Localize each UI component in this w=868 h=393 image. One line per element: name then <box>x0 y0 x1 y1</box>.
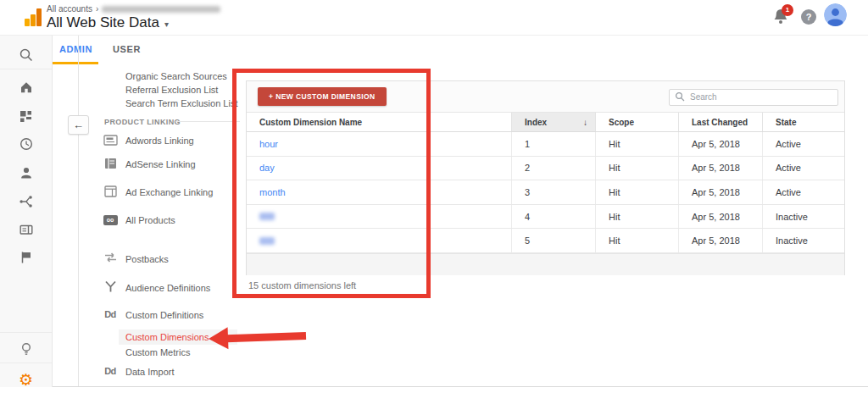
column-header-name[interactable]: Custom Dimension Name <box>247 113 511 131</box>
nav-item-data-import[interactable]: Data Import <box>125 367 174 377</box>
page-bottom-border <box>0 386 868 387</box>
cell-last-changed: Apr 5, 2018 <box>678 132 762 156</box>
arrow-tail <box>226 332 306 342</box>
table-row: hour 1 Hit Apr 5, 2018 Active <box>247 132 844 157</box>
nav-item-referral-exclusion-list[interactable]: Referral Exclusion List <box>125 85 218 95</box>
cell-index: 5 <box>511 229 595 252</box>
tab-admin[interactable]: ADMIN <box>59 44 92 54</box>
column-header-scope[interactable]: Scope <box>595 113 678 131</box>
nav-item-all-products[interactable]: All Products <box>125 215 175 225</box>
cell-last-changed: Apr 5, 2018 <box>678 157 762 180</box>
nav-item-custom-metrics[interactable]: Custom Metrics <box>125 347 190 357</box>
cell-last-changed: Apr 5, 2018 <box>678 229 762 252</box>
redacted-dimension-name[interactable] <box>259 213 275 220</box>
section-divider <box>175 121 240 122</box>
help-button[interactable]: ? <box>801 9 816 25</box>
rail-admin-button[interactable]: ⚙ <box>0 367 52 392</box>
rail-customization-button[interactable] <box>0 103 52 129</box>
column-header-last-changed[interactable]: Last Changed <box>678 113 762 131</box>
all-products-icon: oo <box>103 214 118 226</box>
dimension-link-day[interactable]: day <box>259 163 275 173</box>
rail-audience-button[interactable] <box>0 160 52 185</box>
chevron-down-icon: ▾ <box>164 18 169 29</box>
flag-icon <box>19 250 34 265</box>
cell-state: Inactive <box>762 229 846 252</box>
data-import-icon: Dd <box>103 365 118 377</box>
nav-item-ad-exchange-linking[interactable]: Ad Exchange Linking <box>125 187 213 197</box>
breadcrumb[interactable]: All accounts › <box>47 4 220 14</box>
cell-state: Inactive <box>762 205 846 229</box>
page-title: All Web Site Data <box>47 14 159 31</box>
rail-realtime-button[interactable] <box>0 131 52 157</box>
dimensions-remaining-note: 15 custom dimensions left <box>248 280 356 291</box>
table-row: day 2 Hit Apr 5, 2018 Active <box>247 157 844 181</box>
property-selector[interactable]: All Web Site Data ▾ <box>47 14 169 31</box>
dimension-link-hour[interactable]: hour <box>259 139 278 149</box>
adwords-linking-icon <box>103 134 118 146</box>
cell-scope: Hit <box>595 205 678 229</box>
cell-index: 1 <box>511 132 595 156</box>
table-header-row: Custom Dimension Name Index ↓ Scope Last… <box>247 112 844 132</box>
column-header-state[interactable]: State <box>762 113 846 131</box>
column-header-index[interactable]: Index ↓ <box>511 113 595 131</box>
rail-insights-button[interactable] <box>0 336 52 362</box>
breadcrumb-all-accounts[interactable]: All accounts <box>47 4 92 14</box>
nav-item-custom-definitions[interactable]: Custom Definitions <box>125 310 203 320</box>
new-custom-dimension-button[interactable]: + NEW CUSTOM DIMENSION <box>258 87 387 106</box>
cell-state: Active <box>762 132 846 156</box>
redacted-account-name <box>102 6 220 13</box>
nav-item-adsense-linking[interactable]: AdSense Linking <box>125 159 196 169</box>
postbacks-icon <box>103 252 118 263</box>
cell-index: 4 <box>511 205 595 229</box>
search-icon <box>19 47 34 63</box>
person-avatar-icon <box>824 3 847 26</box>
nav-item-adwords-linking[interactable]: Adwords Linking <box>125 136 194 146</box>
nav-item-search-term-exclusion-list[interactable]: Search Term Exclusion List <box>125 98 237 108</box>
top-bar: All accounts › All Web Site Data ▾ 1 ? <box>0 0 868 36</box>
search-input[interactable] <box>669 89 838 106</box>
table-row: 4 Hit Apr 5, 2018 Inactive <box>247 205 844 230</box>
back-arrow-icon: ← <box>73 119 84 131</box>
nav-item-audience-definitions[interactable]: Audience Definitions <box>125 283 210 293</box>
gear-icon: ⚙ <box>19 372 33 388</box>
sort-desc-icon: ↓ <box>583 118 587 127</box>
rail-conversions-button[interactable] <box>0 245 52 270</box>
panel-divider <box>78 36 79 387</box>
redacted-dimension-name[interactable] <box>259 237 275 245</box>
cell-state: Active <box>762 180 846 204</box>
custom-dimensions-card: + NEW CUSTOM DIMENSION Custom Dimension … <box>246 80 845 275</box>
rail-behavior-button[interactable] <box>0 217 52 242</box>
nav-item-postbacks[interactable]: Postbacks <box>125 254 169 264</box>
user-avatar[interactable] <box>824 3 847 26</box>
dimension-link-month[interactable]: month <box>259 187 286 197</box>
notification-count-badge: 1 <box>782 4 793 16</box>
nav-item-custom-dimensions[interactable]: Custom Dimensions <box>125 332 209 342</box>
adsense-linking-icon <box>103 158 118 169</box>
breadcrumb-chevron-icon: › <box>96 4 98 14</box>
ad-exchange-linking-icon <box>103 185 118 197</box>
rail-acquisition-button[interactable] <box>0 189 52 214</box>
cell-scope: Hit <box>595 157 678 180</box>
cell-last-changed: Apr 5, 2018 <box>678 180 762 204</box>
table-row: month 3 Hit Apr 5, 2018 Active <box>247 180 844 205</box>
nav-section-product-linking: PRODUCT LINKING <box>104 118 181 126</box>
table-search <box>669 88 838 105</box>
custom-definitions-icon: Dd <box>103 308 118 320</box>
rail-search-button[interactable] <box>0 42 52 68</box>
table-toolbar: + NEW CUSTOM DIMENSION <box>247 81 844 112</box>
tab-user[interactable]: USER <box>113 44 141 54</box>
notifications-button[interactable]: 1 <box>771 7 792 29</box>
cell-scope: Hit <box>595 132 678 156</box>
active-tab-underline <box>49 62 98 64</box>
collapse-panel-button[interactable]: ← <box>68 115 89 135</box>
cell-state: Active <box>762 157 846 180</box>
table-row: 5 Hit Apr 5, 2018 Inactive <box>247 229 844 253</box>
home-icon <box>19 80 34 95</box>
nav-item-organic-search-sources[interactable]: Organic Search Sources <box>125 71 227 81</box>
audience-definitions-icon <box>103 280 118 292</box>
primary-nav-rail: ⚙ <box>0 36 53 387</box>
branch-nodes-icon <box>19 194 34 209</box>
rail-home-button[interactable] <box>0 75 52 100</box>
report-card-icon <box>19 222 34 237</box>
table-footer-strip <box>247 253 844 275</box>
